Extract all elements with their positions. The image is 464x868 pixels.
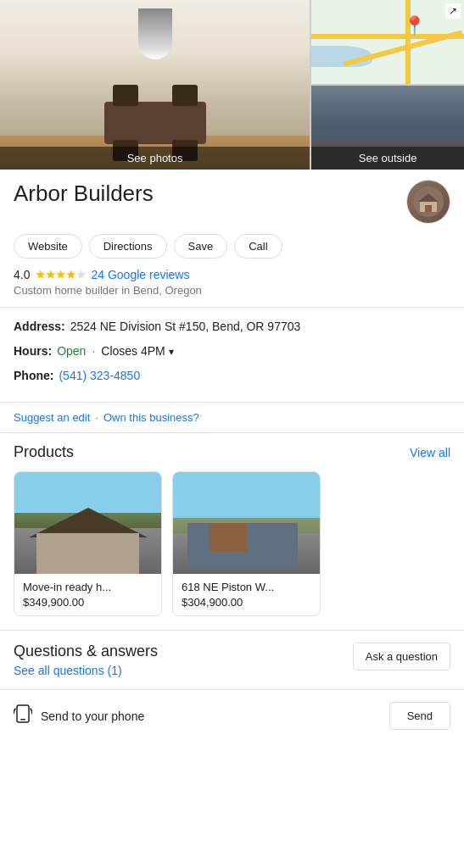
product-name-2: 618 NE Piston W... — [182, 581, 311, 593]
see-outside-label[interactable]: See outside — [311, 147, 464, 170]
product-image-2 — [173, 472, 320, 574]
products-grid: Move-in ready h... $349,900.00 618 NE Pi… — [14, 471, 450, 616]
product-info-1: Move-in ready h... $349,900.00 — [14, 574, 161, 615]
hours-label: Hours: — [14, 342, 52, 360]
star-1-icon: ★ — [35, 267, 45, 281]
svg-rect-3 — [425, 205, 432, 212]
product-price-2: $304,900.00 — [182, 596, 311, 609]
send-to-phone-section: Send to your phone Send — [0, 690, 464, 742]
edit-separator: · — [95, 411, 98, 424]
products-title: Products — [14, 443, 74, 461]
hours-status: Open — [57, 342, 86, 360]
star-rating: ★★★★★ — [35, 267, 86, 282]
send-left: Send to your phone — [14, 704, 144, 727]
hero-street-view[interactable]: See outside — [311, 86, 464, 170]
avatar[interactable] — [406, 180, 450, 224]
phone-row: Phone: (541) 323-4850 — [14, 367, 450, 385]
product-info-2: 618 NE Piston W... $304,900.00 — [173, 574, 320, 615]
qa-left: Questions & answers See all questions (1… — [14, 643, 158, 677]
phone-label: Phone: — [14, 367, 53, 385]
qa-title: Questions & answers — [14, 643, 158, 660]
view-all-link[interactable]: View all — [410, 446, 450, 459]
product-card-2[interactable]: 618 NE Piston W... $304,900.00 — [172, 471, 321, 616]
map-pin-icon: 📍 — [403, 17, 418, 36]
hours-value: Open · Closes 4PM ▾ — [57, 342, 174, 360]
svg-rect-5 — [20, 719, 25, 721]
save-button[interactable]: Save — [174, 234, 228, 259]
own-business-link[interactable]: Own this business? — [103, 411, 199, 424]
send-phone-icon — [14, 704, 32, 727]
reviews-link[interactable]: 24 Google reviews — [91, 268, 189, 281]
star-4-icon: ★ — [65, 267, 75, 281]
edit-links-section: Suggest an edit · Own this business? — [0, 403, 464, 433]
hours-separator: · — [92, 342, 95, 360]
business-header-section: Arbor Builders Website Directions Save C… — [0, 170, 464, 308]
suggest-edit-link[interactable]: Suggest an edit — [14, 411, 90, 424]
address-row: Address: 2524 NE Division St #150, Bend,… — [14, 318, 450, 336]
hours-close: Closes 4PM — [101, 342, 165, 360]
hours-row: Hours: Open · Closes 4PM ▾ — [14, 342, 450, 360]
details-section: Address: 2524 NE Division St #150, Bend,… — [0, 308, 464, 403]
send-button[interactable]: Send — [389, 702, 450, 730]
product-image-1 — [14, 472, 161, 574]
address-label: Address: — [14, 318, 65, 336]
ask-question-button[interactable]: Ask a question — [353, 643, 450, 670]
see-photos-label[interactable]: See photos — [0, 147, 310, 170]
hours-dropdown-icon[interactable]: ▾ — [169, 344, 174, 359]
business-type: Custom home builder in Bend, Oregon — [14, 284, 450, 297]
hero-map[interactable]: 📍 ↗ — [311, 0, 464, 84]
star-3-icon: ★ — [55, 267, 65, 281]
phone-value[interactable]: (541) 323-4850 — [59, 367, 140, 385]
products-section: Products View all Move-in ready h... $34… — [0, 433, 464, 631]
products-header: Products View all — [14, 443, 450, 461]
see-all-questions-link[interactable]: See all questions (1) — [14, 664, 122, 677]
product-name-1: Move-in ready h... — [23, 581, 153, 593]
website-button[interactable]: Website — [14, 234, 82, 259]
product-price-1: $349,900.00 — [23, 596, 153, 609]
hero-interior-photo[interactable]: See photos — [0, 0, 310, 170]
product-card-1[interactable]: Move-in ready h... $349,900.00 — [14, 471, 162, 616]
call-button[interactable]: Call — [234, 234, 282, 259]
star-2-icon: ★ — [45, 267, 55, 281]
hero-right-panel: 📍 ↗ See outside — [311, 0, 464, 170]
qa-section: Questions & answers See all questions (1… — [0, 631, 464, 690]
expand-map-icon[interactable]: ↗ — [445, 3, 461, 19]
send-label: Send to your phone — [41, 709, 144, 723]
business-name: Arbor Builders — [14, 180, 154, 209]
address-value: 2524 NE Division St #150, Bend, OR 97703 — [70, 318, 301, 336]
hero-section: See photos 📍 ↗ See outside — [0, 0, 464, 170]
directions-button[interactable]: Directions — [89, 234, 167, 259]
business-header: Arbor Builders — [14, 180, 450, 224]
rating-row: 4.0 ★★★★★ 24 Google reviews — [14, 267, 450, 282]
action-buttons: Website Directions Save Call — [14, 234, 450, 259]
star-5-icon: ★ — [75, 267, 86, 281]
rating-score: 4.0 — [14, 268, 30, 281]
